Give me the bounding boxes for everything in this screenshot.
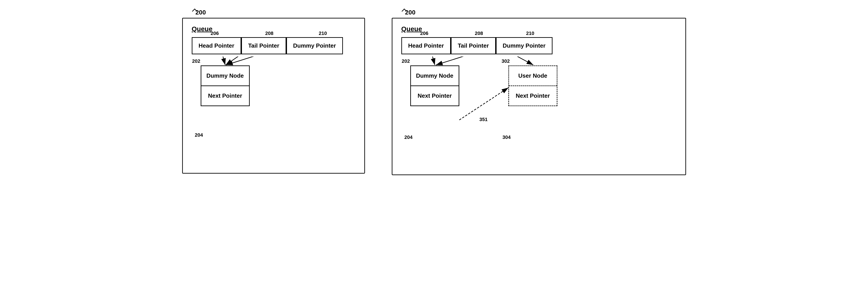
- diagram2-dummy-pointer: Dummy Pointer: [496, 37, 553, 54]
- svg-text:351: 351: [479, 117, 488, 122]
- diagram1-dummy-node-cell: Dummy Node: [202, 66, 249, 86]
- d2-ref-208-label: 208: [475, 31, 483, 36]
- svg-line-11: [459, 88, 508, 120]
- d2-ref-210-label: 210: [526, 31, 534, 36]
- ref-208-label: 208: [265, 31, 274, 36]
- diagram1-next-pointer-cell: Next Pointer: [202, 86, 249, 106]
- d2-ref-304-label: 304: [502, 135, 511, 140]
- diagram2-tail-pointer: Tail Pointer: [451, 37, 496, 54]
- ref-202-label: 202: [192, 58, 200, 64]
- diagram2-user-node-box: User Node Next Pointer: [508, 65, 557, 106]
- ref-204-label: 204: [195, 132, 203, 138]
- diagram2: 200 Queue 206 208 210 Head Pointer Tail …: [392, 9, 686, 175]
- diagram2-queue-label: Queue: [401, 25, 677, 33]
- diagram1-queue-box: Queue 206 208 210 Head Pointer Tail Poin…: [182, 18, 365, 174]
- diagram2-dummy-next-pointer-cell: Next Pointer: [411, 86, 459, 106]
- diagram2-dummy-node-box: Dummy Node Next Pointer: [410, 65, 459, 106]
- diagram1-dummy-pointer: Dummy Pointer: [286, 37, 343, 54]
- svg-line-1: [226, 57, 269, 65]
- d2-ref-204-label: 204: [404, 135, 413, 140]
- svg-line-7: [427, 57, 435, 65]
- diagram2-pointer-row: 206 208 210 Head Pointer Tail Pointer Du…: [401, 37, 677, 54]
- diagram1-head-pointer: Head Pointer: [192, 37, 241, 54]
- diagram1-dummy-node-box: Dummy Node Next Pointer: [201, 65, 250, 106]
- d2-ref-302-label: 302: [502, 58, 510, 64]
- diagram1-pointer-row: 206 208 210 Head Pointer Tail Pointer Du…: [192, 37, 355, 54]
- diagram1-tail-pointer: Tail Pointer: [241, 37, 286, 54]
- diagram1-ref-top: 200: [195, 9, 206, 16]
- diagram1: 200 Queue 206 208 210 Head Pointer Tail …: [182, 9, 365, 174]
- d2-ref-202-label: 202: [402, 58, 410, 64]
- diagram2-dummy-node-cell: Dummy Node: [411, 66, 459, 86]
- diagram2-user-next-pointer-cell: Next Pointer: [509, 86, 557, 106]
- svg-line-9: [436, 57, 530, 65]
- diagram2-head-pointer: Head Pointer: [401, 37, 451, 54]
- svg-line-2: [226, 57, 320, 65]
- diagram2-ref-top: 200: [405, 9, 415, 16]
- ref-210-label: 210: [319, 31, 327, 36]
- diagram2-user-node-cell: User Node: [509, 66, 557, 86]
- d2-ref-206-label: 206: [420, 31, 429, 36]
- diagram2-queue-box: Queue 206 208 210 Head Pointer Tail Poin…: [392, 18, 686, 175]
- svg-line-0: [217, 57, 225, 65]
- ref-206-label: 206: [211, 31, 219, 36]
